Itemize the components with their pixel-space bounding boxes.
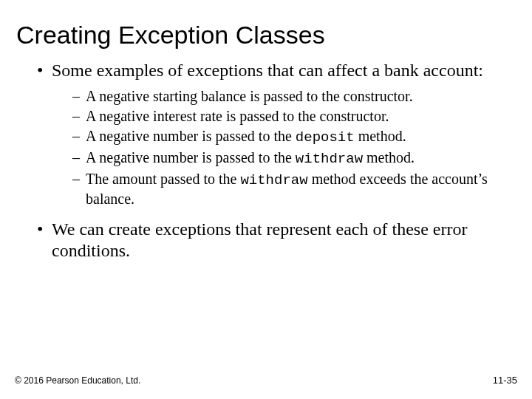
sub-bullet-list: A negative starting balance is passed to… — [52, 87, 495, 208]
slide: Creating Exception Classes Some examples… — [0, 0, 532, 399]
bullet-text: Some examples of exceptions that can aff… — [52, 61, 483, 80]
sub-bullet-text: A negative number is passed to the — [86, 128, 296, 144]
sub-bullet-text: The amount passed to the — [86, 171, 240, 187]
sub-bullet-text: method. — [363, 149, 415, 166]
sub-bullet-text: A negative number is passed to the — [86, 149, 296, 166]
bullet-list: Some examples of exceptions that can aff… — [37, 60, 495, 262]
slide-title: Creating Exception Classes — [0, 0, 532, 50]
code-text: deposit — [296, 129, 355, 146]
bullet-item: We can create exceptions that represent … — [37, 219, 495, 262]
sub-bullet-item: A negative starting balance is passed to… — [72, 87, 495, 106]
sub-bullet-item: A negative number is passed to the withd… — [72, 149, 495, 168]
sub-bullet-text: A negative interest rate is passed to th… — [86, 108, 389, 124]
sub-bullet-text: A negative starting balance is passed to… — [86, 88, 413, 104]
footer-page-number: 11-35 — [493, 375, 517, 386]
code-text: withdraw — [296, 151, 363, 167]
sub-bullet-item: The amount passed to the withdraw method… — [72, 170, 495, 208]
bullet-text: We can create exceptions that represent … — [52, 219, 467, 260]
sub-bullet-item: A negative number is passed to the depos… — [72, 127, 495, 147]
footer-copyright: © 2016 Pearson Education, Ltd. — [15, 375, 140, 386]
sub-bullet-item: A negative interest rate is passed to th… — [72, 107, 495, 126]
bullet-item: Some examples of exceptions that can aff… — [37, 60, 495, 208]
sub-bullet-text: method. — [355, 128, 406, 144]
code-text: withdraw — [240, 172, 307, 188]
slide-body: Some examples of exceptions that can aff… — [0, 50, 532, 262]
